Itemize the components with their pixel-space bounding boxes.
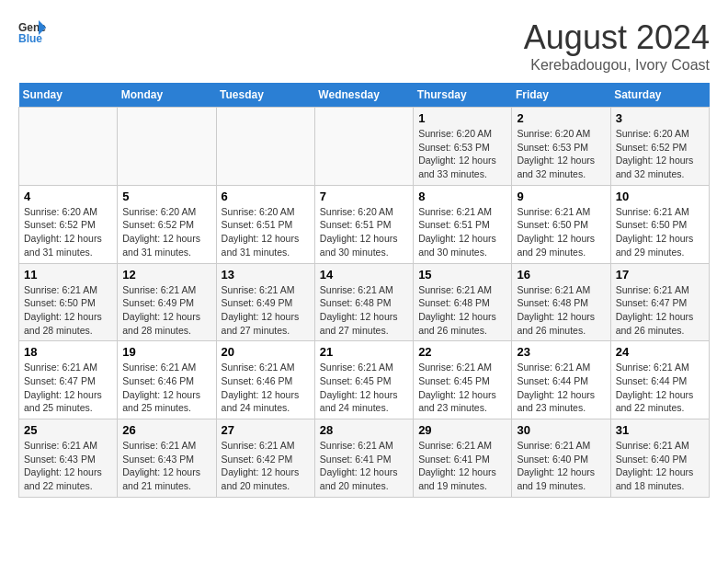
day-cell: 30Sunrise: 6:21 AM Sunset: 6:40 PM Dayli… — [512, 419, 610, 498]
day-cell: 27Sunrise: 6:21 AM Sunset: 6:42 PM Dayli… — [216, 419, 314, 498]
day-header-wednesday: Wednesday — [314, 83, 413, 108]
day-number: 20 — [222, 345, 310, 359]
day-number: 26 — [122, 423, 210, 437]
day-cell: 25Sunrise: 6:21 AM Sunset: 6:43 PM Dayli… — [19, 419, 118, 498]
day-info: Sunrise: 6:21 AM Sunset: 6:50 PM Dayligh… — [517, 205, 605, 259]
day-cell: 6Sunrise: 6:20 AM Sunset: 6:51 PM Daylig… — [216, 185, 314, 263]
day-info: Sunrise: 6:21 AM Sunset: 6:49 PM Dayligh… — [122, 283, 210, 338]
day-number: 7 — [320, 190, 408, 203]
day-number: 17 — [616, 268, 704, 282]
day-number: 18 — [24, 345, 112, 359]
day-info: Sunrise: 6:20 AM Sunset: 6:52 PM Dayligh… — [122, 205, 210, 259]
day-number: 12 — [122, 268, 210, 282]
day-number: 22 — [418, 345, 506, 359]
day-cell — [314, 108, 413, 186]
day-cell: 28Sunrise: 6:21 AM Sunset: 6:41 PM Dayli… — [314, 419, 413, 498]
day-cell: 18Sunrise: 6:21 AM Sunset: 6:47 PM Dayli… — [19, 341, 118, 419]
day-cell: 24Sunrise: 6:21 AM Sunset: 6:44 PM Dayli… — [610, 341, 709, 419]
day-cell — [216, 108, 314, 186]
day-cell: 15Sunrise: 6:21 AM Sunset: 6:48 PM Dayli… — [414, 263, 512, 341]
day-cell: 31Sunrise: 6:21 AM Sunset: 6:40 PM Dayli… — [610, 419, 709, 498]
day-number: 5 — [122, 190, 210, 203]
day-cell: 17Sunrise: 6:21 AM Sunset: 6:47 PM Dayli… — [610, 263, 709, 341]
day-number: 10 — [616, 190, 704, 203]
day-number: 15 — [418, 268, 506, 282]
day-cell — [19, 108, 118, 186]
calendar-header: SundayMondayTuesdayWednesdayThursdayFrid… — [19, 83, 710, 108]
day-cell: 3Sunrise: 6:20 AM Sunset: 6:52 PM Daylig… — [610, 108, 709, 186]
day-number: 24 — [616, 345, 704, 359]
day-number: 27 — [222, 423, 310, 437]
day-info: Sunrise: 6:21 AM Sunset: 6:44 PM Dayligh… — [517, 361, 605, 415]
day-info: Sunrise: 6:21 AM Sunset: 6:46 PM Dayligh… — [222, 361, 310, 415]
day-cell: 22Sunrise: 6:21 AM Sunset: 6:45 PM Dayli… — [414, 341, 512, 419]
title-block: August 2024 Kerebadougou, Ivory Coast — [524, 18, 710, 74]
day-info: Sunrise: 6:21 AM Sunset: 6:41 PM Dayligh… — [418, 439, 506, 493]
calendar-table: SundayMondayTuesdayWednesdayThursdayFrid… — [18, 83, 710, 498]
day-header-sunday: Sunday — [19, 83, 118, 108]
day-cell: 16Sunrise: 6:21 AM Sunset: 6:48 PM Dayli… — [512, 263, 610, 341]
day-cell: 13Sunrise: 6:21 AM Sunset: 6:49 PM Dayli… — [216, 263, 314, 341]
day-info: Sunrise: 6:21 AM Sunset: 6:47 PM Dayligh… — [616, 283, 704, 338]
day-info: Sunrise: 6:20 AM Sunset: 6:52 PM Dayligh… — [24, 205, 112, 259]
week-row-5: 25Sunrise: 6:21 AM Sunset: 6:43 PM Dayli… — [19, 419, 710, 498]
header-row: SundayMondayTuesdayWednesdayThursdayFrid… — [19, 83, 710, 108]
day-header-friday: Friday — [512, 83, 610, 108]
day-number: 23 — [517, 345, 605, 359]
day-cell: 23Sunrise: 6:21 AM Sunset: 6:44 PM Dayli… — [512, 341, 610, 419]
day-cell: 20Sunrise: 6:21 AM Sunset: 6:46 PM Dayli… — [216, 341, 314, 419]
day-info: Sunrise: 6:21 AM Sunset: 6:47 PM Dayligh… — [24, 361, 112, 415]
day-cell: 8Sunrise: 6:21 AM Sunset: 6:51 PM Daylig… — [414, 185, 512, 263]
day-info: Sunrise: 6:21 AM Sunset: 6:42 PM Dayligh… — [222, 439, 310, 493]
day-cell: 7Sunrise: 6:20 AM Sunset: 6:51 PM Daylig… — [314, 185, 413, 263]
day-header-thursday: Thursday — [414, 83, 512, 108]
day-number: 25 — [24, 423, 112, 437]
main-title: August 2024 — [524, 18, 710, 57]
day-cell — [118, 108, 216, 186]
day-info: Sunrise: 6:21 AM Sunset: 6:48 PM Dayligh… — [320, 283, 408, 338]
day-cell: 11Sunrise: 6:21 AM Sunset: 6:50 PM Dayli… — [19, 263, 118, 341]
day-cell: 9Sunrise: 6:21 AM Sunset: 6:50 PM Daylig… — [512, 185, 610, 263]
day-info: Sunrise: 6:21 AM Sunset: 6:49 PM Dayligh… — [222, 283, 310, 338]
day-number: 21 — [320, 345, 408, 359]
day-cell: 4Sunrise: 6:20 AM Sunset: 6:52 PM Daylig… — [19, 185, 118, 263]
day-number: 30 — [517, 423, 605, 437]
week-row-3: 11Sunrise: 6:21 AM Sunset: 6:50 PM Dayli… — [19, 263, 710, 341]
day-number: 3 — [616, 111, 704, 125]
day-number: 4 — [24, 190, 112, 203]
day-cell: 14Sunrise: 6:21 AM Sunset: 6:48 PM Dayli… — [314, 263, 413, 341]
day-number: 6 — [222, 190, 310, 203]
day-info: Sunrise: 6:21 AM Sunset: 6:44 PM Dayligh… — [616, 361, 704, 415]
day-number: 16 — [517, 268, 605, 282]
day-info: Sunrise: 6:21 AM Sunset: 6:45 PM Dayligh… — [418, 361, 506, 415]
day-number: 9 — [517, 190, 605, 203]
logo: General Blue — [18, 18, 46, 46]
day-info: Sunrise: 6:20 AM Sunset: 6:51 PM Dayligh… — [222, 205, 310, 259]
day-number: 28 — [320, 423, 408, 437]
day-info: Sunrise: 6:21 AM Sunset: 6:48 PM Dayligh… — [517, 283, 605, 338]
day-info: Sunrise: 6:21 AM Sunset: 6:43 PM Dayligh… — [24, 439, 112, 493]
day-cell: 5Sunrise: 6:20 AM Sunset: 6:52 PM Daylig… — [118, 185, 216, 263]
day-number: 19 — [122, 345, 210, 359]
day-info: Sunrise: 6:21 AM Sunset: 6:40 PM Dayligh… — [616, 439, 704, 493]
day-cell: 2Sunrise: 6:20 AM Sunset: 6:53 PM Daylig… — [512, 108, 610, 186]
day-number: 14 — [320, 268, 408, 282]
page-header: General Blue August 2024 Kerebadougou, I… — [18, 18, 710, 74]
day-info: Sunrise: 6:20 AM Sunset: 6:51 PM Dayligh… — [320, 205, 408, 259]
day-header-monday: Monday — [118, 83, 216, 108]
day-header-tuesday: Tuesday — [216, 83, 314, 108]
day-number: 29 — [418, 423, 506, 437]
day-cell: 19Sunrise: 6:21 AM Sunset: 6:46 PM Dayli… — [118, 341, 216, 419]
day-info: Sunrise: 6:21 AM Sunset: 6:45 PM Dayligh… — [320, 361, 408, 415]
day-cell: 21Sunrise: 6:21 AM Sunset: 6:45 PM Dayli… — [314, 341, 413, 419]
day-number: 11 — [24, 268, 112, 282]
logo-icon: General Blue — [18, 18, 46, 46]
day-info: Sunrise: 6:21 AM Sunset: 6:41 PM Dayligh… — [320, 439, 408, 493]
day-info: Sunrise: 6:21 AM Sunset: 6:46 PM Dayligh… — [122, 361, 210, 415]
day-number: 31 — [616, 423, 704, 437]
day-cell: 1Sunrise: 6:20 AM Sunset: 6:53 PM Daylig… — [414, 108, 512, 186]
day-number: 13 — [222, 268, 310, 282]
day-info: Sunrise: 6:21 AM Sunset: 6:48 PM Dayligh… — [418, 283, 506, 338]
day-header-saturday: Saturday — [610, 83, 709, 108]
day-number: 8 — [418, 190, 506, 203]
